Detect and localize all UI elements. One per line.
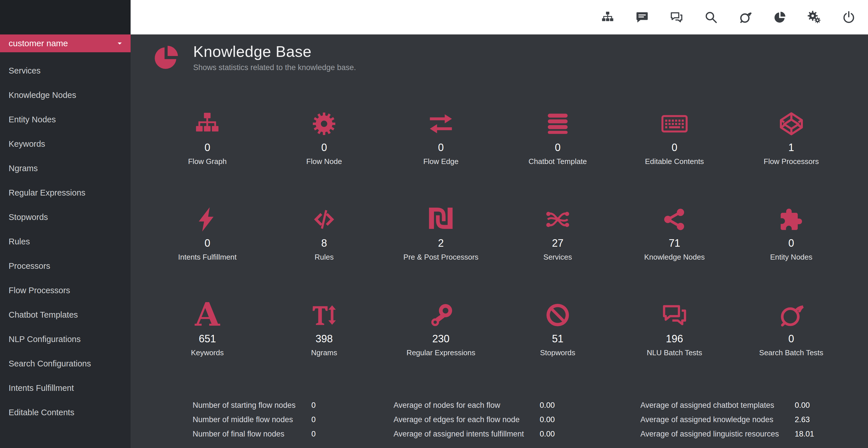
sidebar-item-label: Knowledge Nodes (9, 90, 76, 100)
chevron-down-icon (116, 39, 124, 48)
keyboard-icon (661, 108, 688, 137)
customer-dropdown[interactable]: customer name (0, 34, 131, 52)
cube-icon (778, 108, 805, 137)
sidebar-item-label: Rules (9, 237, 30, 246)
summary-column-2: Average of nodes for each flow0.00Averag… (394, 398, 640, 441)
stat-label: Pre & Post Processors (403, 253, 478, 262)
stat-value: 0 (205, 237, 210, 249)
stat-value: 0 (321, 142, 327, 154)
chatbot-template-icon (545, 108, 571, 137)
sidebar-item-intents-fulfillment[interactable]: Intents Fulfillment (0, 376, 131, 400)
stat-card-pre-post-processors[interactable]: ₪ 2 Pre & Post Processors (383, 204, 499, 262)
sidebar-item-entity-nodes[interactable]: Entity Nodes (0, 108, 131, 132)
stat-value: 27 (552, 237, 563, 249)
steam-icon (428, 300, 454, 328)
sidebar-item-processors[interactable]: Processors (0, 254, 131, 278)
sitemap-icon[interactable] (601, 11, 614, 24)
stat-card-flow-graph[interactable]: 0 Flow Graph (149, 108, 266, 166)
stat-card-knowledge-nodes[interactable]: 71 Knowledge Nodes (616, 204, 733, 262)
sidebar-brand-area (0, 0, 131, 34)
main-content: Knowledge Base Shows statistics related … (131, 34, 868, 448)
stat-label: Flow Edge (423, 157, 459, 166)
customer-name-label: customer name (9, 38, 68, 48)
flow-node-icon (311, 108, 337, 137)
stat-value: 71 (669, 237, 680, 249)
sidebar-item-chatbot-templates[interactable]: Chatbot Templates (0, 303, 131, 327)
summary-column-1: Number of starting flow nodes0Number of … (193, 398, 394, 441)
stat-card-entity-nodes[interactable]: 0 Entity Nodes (733, 204, 849, 262)
sitemap-icon (194, 108, 220, 137)
summary-label: Average of assigned knowledge nodes (640, 412, 779, 427)
sidebar-item-label: Stopwords (9, 212, 48, 222)
stat-card-intents-fulfillment[interactable]: 0 Intents Fulfillment (149, 204, 266, 262)
sidebar-item-label: Intents Fulfillment (9, 383, 74, 393)
sidebar-item-ngrams[interactable]: Ngrams (0, 156, 131, 181)
code-icon (311, 204, 337, 233)
sidebar-item-stopwords[interactable]: Stopwords (0, 205, 131, 230)
stat-label: Ngrams (311, 348, 337, 357)
summary-label: Average of assigned linguistic resources (640, 427, 779, 441)
pie-chart-icon (152, 43, 180, 71)
pie-chart-icon[interactable] (773, 11, 786, 24)
sidebar-item-label: Entity Nodes (9, 115, 56, 124)
stat-card-flow-processors[interactable]: 1 Flow Processors (733, 108, 849, 166)
stat-value: 0 (555, 142, 561, 154)
sidebar-item-services[interactable]: Services (0, 59, 131, 83)
stat-card-stopwords[interactable]: 51 Stopwords (499, 300, 616, 357)
stat-card-ngrams[interactable]: 398 Ngrams (266, 300, 383, 357)
summary-value: 0 (311, 398, 316, 412)
stat-card-chatbot-template[interactable]: 0 Chatbot Template (499, 108, 616, 166)
summary-value: 0 (311, 412, 316, 427)
stat-label: Services (544, 253, 572, 262)
stat-value: 0 (205, 142, 210, 154)
text-height-icon (311, 300, 337, 328)
stat-label: Chatbot Template (528, 157, 587, 166)
sidebar-item-nlp-configurations[interactable]: NLP Configurations (0, 327, 131, 352)
page-header-text: Knowledge Base Shows statistics related … (193, 42, 356, 72)
stat-value: 51 (552, 333, 563, 345)
stat-card-rules[interactable]: 8 Rules (266, 204, 383, 262)
share-nodes-icon (661, 204, 688, 233)
search-icon[interactable] (704, 11, 718, 24)
sidebar-item-search-configurations[interactable]: Search Configurations (0, 352, 131, 376)
stat-label: Flow Processors (764, 157, 819, 166)
stat-card-flow-edge[interactable]: 0 Flow Edge (383, 108, 499, 166)
sidebar-item-label: Services (9, 66, 40, 76)
stat-value: 651 (198, 333, 216, 345)
sidebar-item-flow-processors[interactable]: Flow Processors (0, 278, 131, 303)
stat-label: Knowledge Nodes (644, 253, 705, 262)
summary-column-3: Average of assigned chatbot templates0.0… (640, 398, 851, 441)
comments-icon[interactable] (670, 11, 683, 24)
stat-card-keywords[interactable]: A 651 Keywords (149, 300, 266, 357)
sidebar-item-regular-expressions[interactable]: Regular Expressions (0, 181, 131, 205)
stat-card-editable-contents[interactable]: 0 Editable Contents (616, 108, 733, 166)
sidebar-item-editable-contents[interactable]: Editable Contents (0, 400, 131, 425)
sidebar-item-rules[interactable]: Rules (0, 230, 131, 254)
stat-card-services[interactable]: 27 Services (499, 204, 616, 262)
summary-value: 0.00 (539, 398, 555, 412)
stat-card-search-batch-tests[interactable]: 0 Search Batch Tests (733, 300, 849, 357)
gears-icon[interactable] (808, 11, 821, 24)
app-root: customer name ServicesKnowledge NodesEnt… (0, 0, 868, 448)
sidebar-item-label: Editable Contents (9, 408, 74, 417)
stat-value: 8 (321, 237, 327, 249)
stat-card-flow-node[interactable]: 0 Flow Node (266, 108, 383, 166)
summary-label: Average of assigned intents fulfillment (394, 427, 524, 441)
comment-icon[interactable] (636, 11, 649, 24)
stat-label: NLU Batch Tests (647, 348, 702, 357)
sidebar-item-knowledge-nodes[interactable]: Knowledge Nodes (0, 83, 131, 108)
stat-label: Flow Node (306, 157, 342, 166)
swoosh-circle-icon (778, 300, 805, 328)
summary-value: 0.00 (795, 398, 814, 412)
sidebar-item-keywords[interactable]: Keywords (0, 132, 131, 156)
stat-card-regular-expressions[interactable]: 230 Regular Expressions (383, 300, 499, 357)
sidebar-item-label: Regular Expressions (9, 188, 86, 198)
summary-value: 18.01 (795, 427, 814, 441)
comments-icon (661, 300, 688, 328)
stat-card-nlu-batch-tests[interactable]: 196 NLU Batch Tests (616, 300, 733, 357)
power-icon[interactable] (842, 11, 856, 24)
stat-value: 1 (788, 142, 794, 154)
swoosh-circle-icon[interactable] (739, 11, 752, 24)
stat-label: Stopwords (540, 348, 575, 357)
ban-icon (545, 300, 571, 328)
